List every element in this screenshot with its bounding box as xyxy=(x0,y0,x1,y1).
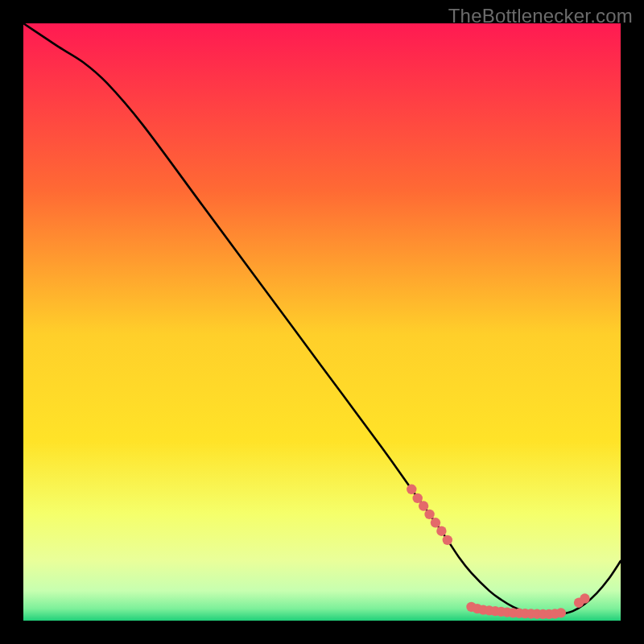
marker-dot xyxy=(556,608,566,617)
marker-dot xyxy=(407,485,416,494)
watermark-text: TheBottlenecker.com xyxy=(448,5,633,27)
marker-dot xyxy=(424,510,434,519)
marker-dot xyxy=(580,593,589,603)
chart-svg xyxy=(23,23,621,621)
marker-dot xyxy=(436,526,446,536)
marker-dot xyxy=(431,518,440,527)
plot-area xyxy=(23,23,621,621)
marker-dot xyxy=(419,501,428,510)
curve-line xyxy=(23,23,621,615)
marker-dot xyxy=(443,535,452,545)
chart-frame: TheBottlenecker.com xyxy=(0,0,644,644)
